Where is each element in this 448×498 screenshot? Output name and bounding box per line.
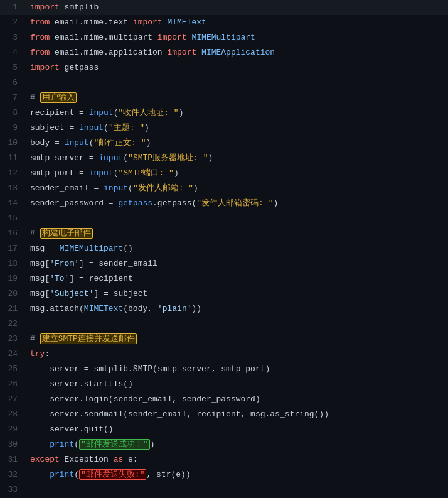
line-num-24: 24: [0, 347, 25, 362]
code-line-2: 2 from email.mime.text import MIMEText: [0, 15, 448, 30]
line-content-10: body = input("邮件正文: "): [25, 136, 448, 151]
code-line-33: 33: [0, 482, 448, 497]
line-content-7: # 用户输入: [25, 90, 448, 106]
line-num-4: 4: [0, 45, 25, 60]
line-content-2: from email.mime.text import MIMEText: [25, 15, 448, 30]
code-line-13: 13 sender_email = input("发件人邮箱: "): [0, 181, 448, 196]
line-content-11: smtp_server = input("SMTP服务器地址: "): [25, 151, 448, 166]
line-content-26: server.starttls(): [25, 377, 448, 392]
line-content-3: from email.mime.multipart import MIMEMul…: [25, 30, 448, 45]
line-num-27: 27: [0, 392, 25, 407]
code-line-9: 9 subject = input("主题: "): [0, 121, 448, 136]
code-line-7: 7 # 用户输入: [0, 90, 448, 106]
line-num-1: 1: [0, 0, 25, 15]
line-num-20: 20: [0, 286, 25, 301]
line-num-6: 6: [0, 75, 25, 90]
line-content-33: [25, 482, 448, 497]
code-line-10: 10 body = input("邮件正文: "): [0, 136, 448, 151]
line-num-10: 10: [0, 136, 25, 151]
line-content-4: from email.mime.application import MIMEA…: [25, 45, 448, 60]
code-line-32: 32 print("邮件发送失败:", str(e)): [0, 467, 448, 482]
line-num-19: 19: [0, 271, 25, 286]
line-content-20: msg['Subject'] = subject: [25, 286, 448, 301]
code-line-4: 4 from email.mime.application import MIM…: [0, 45, 448, 60]
line-content-27: server.login(sender_email, sender_passwo…: [25, 392, 448, 407]
line-num-30: 30: [0, 437, 25, 452]
line-num-16: 16: [0, 226, 25, 241]
line-content-32: print("邮件发送失败:", str(e)): [25, 467, 448, 482]
code-line-16: 16 # 构建电子邮件: [0, 226, 448, 241]
line-num-22: 22: [0, 317, 25, 332]
line-num-8: 8: [0, 106, 25, 121]
code-line-25: 25 server = smtplib.SMTP(smtp_server, sm…: [0, 362, 448, 377]
code-line-1: 1 import smtplib: [0, 0, 448, 15]
line-num-5: 5: [0, 60, 25, 75]
line-content-8: recipient = input("收件人地址: "): [25, 106, 448, 121]
code-line-12: 12 smtp_port = input("SMTP端口: "): [0, 166, 448, 181]
line-num-17: 17: [0, 241, 25, 256]
line-num-9: 9: [0, 121, 25, 136]
line-num-2: 2: [0, 15, 25, 30]
code-editor: 1 import smtplib 2 from email.mime.text …: [0, 0, 448, 498]
line-num-7: 7: [0, 90, 25, 106]
line-num-25: 25: [0, 362, 25, 377]
code-line-20: 20 msg['Subject'] = subject: [0, 286, 448, 301]
line-content-15: [25, 211, 448, 226]
line-num-32: 32: [0, 467, 25, 482]
code-line-18: 18 msg['From'] = sender_email: [0, 256, 448, 271]
line-num-15: 15: [0, 211, 25, 226]
line-num-31: 31: [0, 452, 25, 467]
line-content-17: msg = MIMEMultipart(): [25, 241, 448, 256]
line-content-25: server = smtplib.SMTP(smtp_server, smtp_…: [25, 362, 448, 377]
code-line-24: 24 try:: [0, 347, 448, 362]
line-content-22: [25, 317, 448, 332]
code-line-14: 14 sender_password = getpass.getpass("发件…: [0, 196, 448, 211]
line-content-23: # 建立SMTP连接并发送邮件: [25, 332, 448, 347]
code-line-27: 27 server.login(sender_email, sender_pas…: [0, 392, 448, 407]
code-line-22: 22: [0, 317, 448, 332]
line-content-31: except Exception as e:: [25, 452, 448, 467]
code-line-3: 3 from email.mime.multipart import MIMEM…: [0, 30, 448, 45]
line-num-26: 26: [0, 377, 25, 392]
code-line-17: 17 msg = MIMEMultipart(): [0, 241, 448, 256]
line-num-14: 14: [0, 196, 25, 211]
code-line-11: 11 smtp_server = input("SMTP服务器地址: "): [0, 151, 448, 166]
line-num-29: 29: [0, 422, 25, 437]
line-num-23: 23: [0, 332, 25, 347]
line-content-13: sender_email = input("发件人邮箱: "): [25, 181, 448, 196]
line-num-21: 21: [0, 301, 25, 317]
code-line-19: 19 msg['To'] = recipient: [0, 271, 448, 286]
line-content-29: server.quit(): [25, 422, 448, 437]
line-num-13: 13: [0, 181, 25, 196]
line-content-24: try:: [25, 347, 448, 362]
code-line-28: 28 server.sendmail(sender_email, recipie…: [0, 407, 448, 422]
line-num-33: 33: [0, 482, 25, 497]
line-content-1: import smtplib: [25, 0, 448, 15]
line-content-14: sender_password = getpass.getpass("发件人邮箱…: [25, 196, 448, 211]
line-content-19: msg['To'] = recipient: [25, 271, 448, 286]
code-line-26: 26 server.starttls(): [0, 377, 448, 392]
code-line-29: 29 server.quit(): [0, 422, 448, 437]
line-content-18: msg['From'] = sender_email: [25, 256, 448, 271]
line-num-12: 12: [0, 166, 25, 181]
line-num-28: 28: [0, 407, 25, 422]
line-content-5: import getpass: [25, 60, 448, 75]
code-line-23: 23 # 建立SMTP连接并发送邮件: [0, 332, 448, 347]
code-line-31: 31 except Exception as e:: [0, 452, 448, 467]
code-line-6: 6: [0, 75, 448, 90]
line-content-21: msg.attach(MIMEText(body, 'plain')): [25, 301, 448, 317]
code-line-8: 8 recipient = input("收件人地址: "): [0, 106, 448, 121]
code-line-5: 5 import getpass: [0, 60, 448, 75]
line-num-18: 18: [0, 256, 25, 271]
line-num-11: 11: [0, 151, 25, 166]
code-line-15: 15: [0, 211, 448, 226]
line-content-6: [25, 75, 448, 90]
line-content-16: # 构建电子邮件: [25, 226, 448, 241]
line-content-30: print("邮件发送成功！"): [25, 437, 448, 452]
line-content-9: subject = input("主题: "): [25, 121, 448, 136]
code-line-21: 21 msg.attach(MIMEText(body, 'plain')): [0, 301, 448, 317]
code-line-30: 30 print("邮件发送成功！"): [0, 437, 448, 452]
line-content-12: smtp_port = input("SMTP端口: "): [25, 166, 448, 181]
line-num-3: 3: [0, 30, 25, 45]
line-content-28: server.sendmail(sender_email, recipient,…: [25, 407, 448, 422]
